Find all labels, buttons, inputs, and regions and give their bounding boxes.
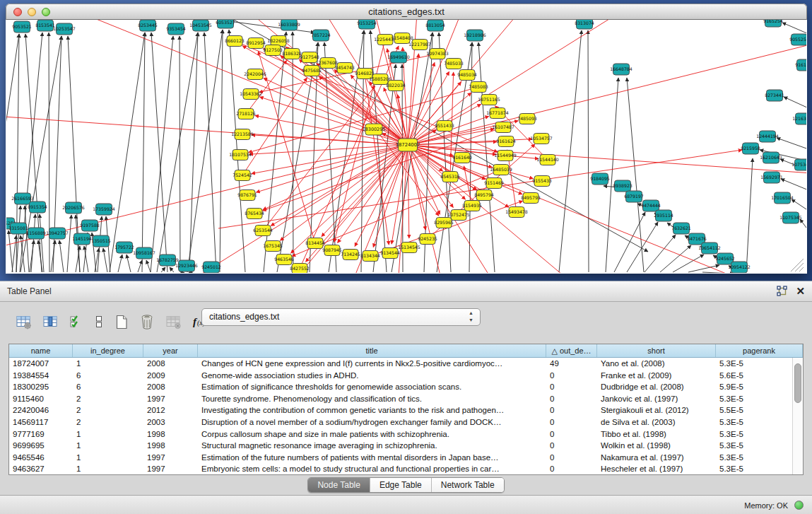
network-node[interactable]: 9245235 — [418, 234, 437, 245]
table-cell[interactable]: 2 — [73, 393, 143, 405]
table-cell[interactable]: 49 — [546, 358, 597, 370]
network-node[interactable]: 9475685 — [302, 66, 322, 76]
float-window-button[interactable] — [776, 286, 787, 296]
network-node[interactable]: 7134245 — [341, 250, 360, 260]
network-node[interactable]: 8660123 — [225, 36, 245, 47]
table-cell[interactable]: 0 — [546, 416, 597, 428]
network-node[interactable]: 10654112 — [698, 243, 721, 254]
network-node[interactable]: 8134344 — [360, 251, 380, 262]
network-node[interactable]: 12217987 — [408, 40, 431, 50]
table-cell[interactable]: 0 — [546, 404, 597, 416]
network-node[interactable]: 3315081 — [8, 223, 28, 234]
show-columns-button[interactable] — [42, 314, 59, 329]
network-node[interactable]: 10753445 — [792, 159, 806, 170]
network-node[interactable]: 9161624 — [496, 136, 516, 147]
network-node[interactable]: 9161640 — [452, 153, 472, 163]
table-cell[interactable]: de Silva et al. (2003) — [597, 416, 716, 428]
table-row[interactable]: 1456911722003Disruption of a novel membe… — [9, 416, 792, 428]
table-cell[interactable]: 5.9E-5 — [716, 381, 792, 393]
network-node[interactable]: 9165254 — [763, 20, 783, 27]
table-cell[interactable]: 5.3E-5 — [716, 358, 792, 370]
network-node[interactable]: 7485083 — [469, 82, 488, 93]
table-cell[interactable]: 1 — [73, 358, 143, 370]
network-node[interactable]: 8295965 — [434, 218, 454, 228]
network-node[interactable]: 10253547 — [53, 23, 76, 35]
delete-table-button[interactable] — [165, 314, 182, 329]
tab-network-table[interactable]: Network Table — [432, 478, 504, 492]
table-cell[interactable]: Dudbridge et al. (2008) — [597, 381, 716, 393]
network-node[interactable]: 12923446 — [175, 260, 198, 271]
network-node[interactable]: 16210643 — [760, 152, 782, 163]
network-canvas[interactable]: 9053521815354110253547825344593534541045… — [6, 20, 806, 274]
network-node[interactable]: 16771874 — [486, 108, 509, 119]
table-cell[interactable]: 9465546 — [9, 452, 73, 464]
network-node[interactable]: 9127548 — [300, 52, 319, 63]
network-node[interactable]: 9463546 — [274, 255, 294, 265]
network-node[interactable]: 2935114 — [654, 210, 673, 221]
table-cell[interactable]: 6 — [73, 381, 143, 393]
table-cell[interactable]: 19384554 — [9, 370, 73, 382]
table-cell[interactable]: 2 — [73, 416, 143, 428]
network-node[interactable]: 8813054 — [425, 20, 445, 31]
network-node[interactable]: 7857224 — [311, 30, 331, 41]
network-node[interactable]: 16107487 — [492, 122, 514, 133]
table-cell[interactable]: Corpus callosum shape and size in male p… — [198, 428, 546, 440]
table-row[interactable]: 2242004622012Investigating the contribut… — [9, 404, 792, 416]
network-node[interactable]: 18751165 — [478, 95, 500, 105]
table-cell[interactable]: Estimation of the future numbers of pati… — [198, 452, 546, 464]
table-mode-button[interactable] — [16, 314, 32, 329]
table-cell[interactable]: Jankovic et al. (1997) — [597, 393, 716, 405]
table-cell[interactable]: Estimation of significance thresholds fo… — [198, 381, 546, 393]
table-cell[interactable]: Franke et al. (2009) — [597, 370, 716, 382]
table-selector-dropdown[interactable]: citations_edges.txt ▲▼ — [201, 308, 481, 326]
table-cell[interactable]: 0 — [546, 463, 597, 474]
network-node[interactable]: 8454743 — [335, 63, 355, 74]
network-node[interactable]: 10534757 — [530, 134, 553, 144]
network-node[interactable]: 15493478 — [505, 207, 528, 218]
network-node[interactable]: 8427552 — [290, 264, 310, 274]
delete-column-button[interactable] — [139, 314, 155, 330]
table-cell[interactable]: 1998 — [143, 440, 198, 452]
column-header-out_de[interactable]: △ out_de… — [546, 344, 597, 357]
table-cell[interactable]: 5.3E-5 — [716, 428, 792, 440]
network-node[interactable]: 8495793 — [521, 193, 541, 204]
table-cell[interactable]: Yano et al. (2008) — [597, 358, 716, 370]
column-header-pagerank[interactable]: pagerank — [716, 344, 803, 357]
table-row[interactable]: 1938455462009Genome-wide association stu… — [9, 370, 792, 382]
minimize-traffic-light[interactable] — [28, 8, 36, 16]
table-cell[interactable]: 2008 — [143, 358, 198, 370]
network-node[interactable]: 18107534 — [229, 150, 252, 160]
network-graph[interactable]: 9053521815354110253547825344593534541045… — [6, 20, 806, 273]
table-cell[interactable]: 1 — [73, 428, 143, 440]
table-cell[interactable]: Tourette syndrome. Phenomenology and cla… — [198, 393, 546, 405]
network-node[interactable]: 15134545 — [398, 243, 420, 253]
table-cell[interactable]: 9463627 — [9, 463, 73, 474]
network-node[interactable]: 12163454 — [792, 113, 806, 124]
network-node[interactable]: 17016504 — [771, 192, 794, 204]
network-node[interactable]: 1675345 — [263, 241, 283, 252]
column-header-name[interactable]: name — [9, 344, 73, 357]
table-cell[interactable]: 6 — [73, 370, 143, 382]
table-cell[interactable]: 1997 — [143, 452, 198, 464]
table-cell[interactable]: 9777169 — [9, 428, 73, 440]
network-node[interactable]: 17359924 — [93, 204, 115, 215]
network-node[interactable]: 10453545 — [189, 20, 212, 31]
table-cell[interactable]: 1 — [73, 440, 143, 452]
network-node[interactable]: 8912954 — [246, 38, 266, 49]
network-node[interactable]: 9153254 — [357, 20, 377, 29]
network-node[interactable]: 8215958 — [741, 143, 760, 154]
table-cell[interactable]: 1997 — [143, 393, 198, 405]
network-node[interactable]: 19218986 — [464, 30, 486, 41]
network-node[interactable]: 10974383 — [426, 49, 449, 59]
network-node[interactable]: 9485034 — [457, 70, 477, 81]
table-row[interactable]: 1830029562008Estimation of significance … — [9, 381, 792, 393]
table-row[interactable]: 946554611997Estimation of the future num… — [9, 452, 792, 464]
network-node[interactable]: 9134544 — [380, 248, 400, 259]
table-cell[interactable]: 2 — [73, 404, 143, 416]
table-cell[interactable]: 0 — [546, 452, 597, 464]
column-header-title[interactable]: title — [198, 344, 546, 357]
close-traffic-light[interactable] — [13, 8, 22, 16]
column-checks-button[interactable] — [69, 314, 83, 329]
network-node[interactable]: 16033809 — [278, 20, 300, 30]
table-cell[interactable]: 5.6E-5 — [716, 370, 792, 382]
